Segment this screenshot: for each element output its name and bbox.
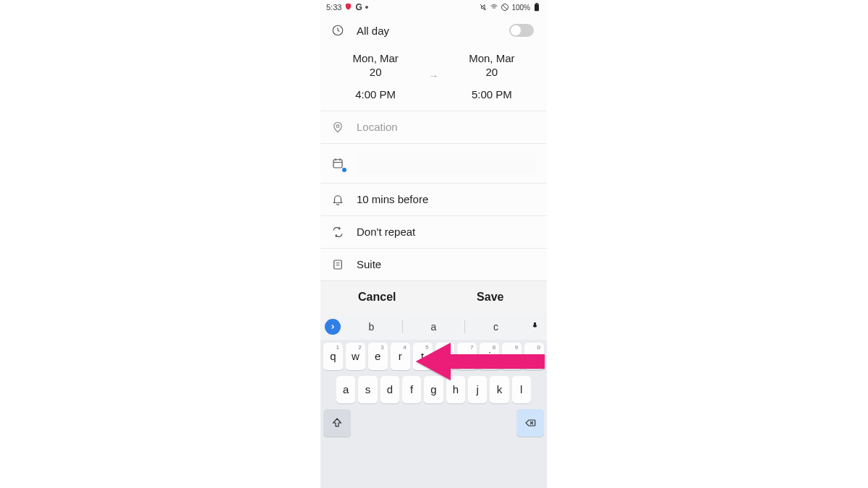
location-pin-icon [331,120,345,134]
battery-icon [532,3,541,12]
end-time-picker[interactable]: 5:00 PM [472,88,512,100]
save-button[interactable]: Save [434,281,548,314]
phone-screen: 5:33 G 100% [320,0,547,488]
key-p[interactable]: p0 [524,343,544,370]
expand-toolbar-button[interactable] [325,319,341,335]
mic-icon[interactable] [527,321,542,333]
key-w[interactable]: w2 [346,343,365,370]
suggestion-3[interactable]: c [465,321,527,333]
key-q[interactable]: q1 [323,343,343,370]
notification-dot-icon [365,6,368,9]
key-a[interactable]: a [336,376,355,403]
suggestion-1[interactable]: b [341,321,402,333]
suggestion-bar: b a c [320,314,547,340]
notes-icon [331,257,345,272]
battery-percent: 100% [511,4,530,12]
location-placeholder: Location [357,121,398,133]
key-s[interactable]: s [358,376,377,403]
calendar-row[interactable] [320,144,547,184]
clock-icon [331,23,345,38]
svg-rect-2 [536,3,538,4]
svg-rect-1 [535,4,539,12]
key-r[interactable]: r4 [391,343,410,370]
action-bar: Cancel Save [320,281,547,314]
key-row-1: q1w2e3r4t5y6u7i8o9p0 [320,340,547,373]
key-d[interactable]: d [380,376,399,403]
calendar-value-blurred [357,153,537,174]
all-day-row[interactable]: All day [320,14,547,46]
key-t[interactable]: t5 [413,343,433,370]
shield-icon [344,2,352,13]
svg-rect-6 [334,260,342,269]
keyboard: b a c q1w2e3r4t5y6u7i8o9p0 asdfghjkl [320,314,547,489]
status-time: 5:33 [326,3,341,12]
repeat-icon [331,225,345,239]
date-time-section: Mon, Mar 20 4:00 PM → Mon, Mar 20 5:00 P… [320,46,547,111]
suggestion-2[interactable]: a [403,321,464,333]
key-k[interactable]: k [490,376,509,403]
reminder-row[interactable]: 10 mins before [320,184,547,216]
key-h[interactable]: h [446,376,465,403]
key-f[interactable]: f [402,376,421,403]
repeat-label: Don't repeat [357,226,415,238]
key-e[interactable]: e3 [368,343,388,370]
backspace-key[interactable] [516,409,544,437]
svg-rect-5 [333,159,342,167]
wifi-icon [490,3,498,12]
notes-row[interactable]: Suite [320,249,547,281]
start-time-picker[interactable]: 4:00 PM [355,88,396,100]
reminder-label: 10 mins before [357,193,428,205]
mute-icon [479,3,488,12]
google-icon: G [355,2,362,12]
calendar-icon [331,156,345,171]
key-u[interactable]: u7 [457,343,477,370]
key-g[interactable]: g [424,376,443,403]
end-date-picker[interactable]: Mon, Mar 20 [469,52,514,80]
key-j[interactable]: j [468,376,487,403]
arrow-right-icon: → [429,70,439,82]
notes-value: Suite [357,258,381,270]
all-day-toggle[interactable] [509,24,534,37]
key-y[interactable]: y6 [435,343,455,370]
no-data-icon [501,3,509,12]
key-o[interactable]: o9 [502,343,522,370]
key-i[interactable]: i8 [480,343,499,370]
key-row-2: asdfghjkl [320,373,547,406]
bell-icon [331,192,345,207]
key-row-3 [320,406,547,440]
location-row[interactable]: Location [320,111,547,144]
shift-key[interactable] [323,409,351,437]
svg-point-4 [336,124,339,127]
key-l[interactable]: l [512,376,531,403]
repeat-row[interactable]: Don't repeat [320,216,547,249]
all-day-label: All day [357,25,389,37]
start-date-picker[interactable]: Mon, Mar 20 [352,52,398,80]
cancel-button[interactable]: Cancel [320,281,434,314]
status-bar: 5:33 G 100% [320,0,547,14]
